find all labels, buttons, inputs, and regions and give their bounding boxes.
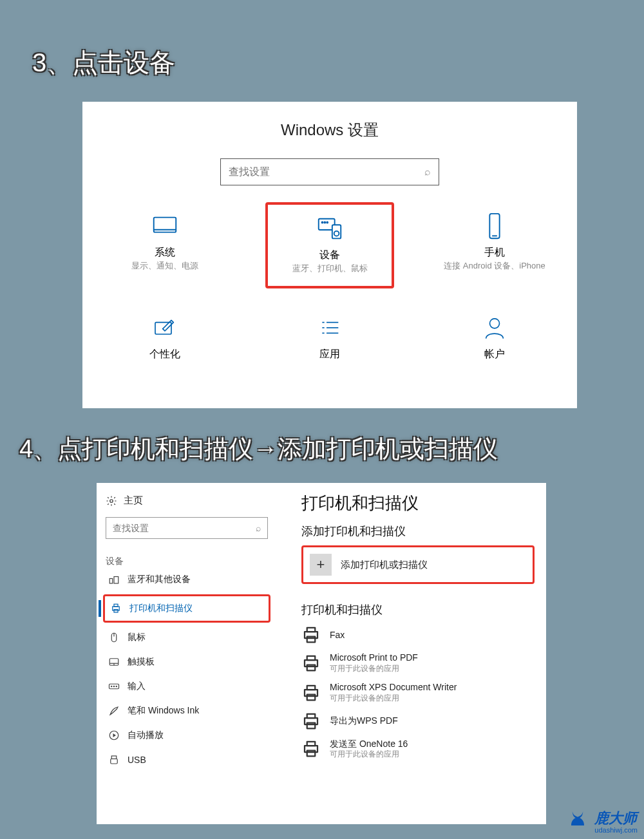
category-phone[interactable]: 手机 连接 Android 设备、iPhone — [430, 211, 559, 288]
printer-item[interactable]: Fax — [301, 625, 535, 645]
printer-icon — [301, 739, 321, 759]
list-icon — [265, 313, 394, 343]
nav-pen[interactable]: 笔和 Windows Ink — [106, 699, 268, 723]
svg-rect-23 — [114, 610, 118, 613]
svg-point-32 — [116, 686, 117, 686]
printer-icon — [110, 603, 122, 614]
sidebar-search[interactable]: ⌕ — [106, 517, 268, 539]
category-desc: 连接 Android 设备、iPhone — [430, 261, 559, 272]
svg-rect-35 — [111, 756, 117, 759]
settings-sidebar: 主页 ⌕ 设备 蓝牙和其他设备 打印机和扫描仪 鼠标 触摸板 输入 — [97, 483, 277, 824]
category-title: 应用 — [265, 348, 394, 361]
devices-icon — [270, 214, 389, 243]
svg-rect-42 — [307, 665, 316, 670]
category-personalization[interactable]: 个性化 — [100, 313, 229, 361]
settings-search-input[interactable] — [229, 166, 424, 178]
step-4-title: 4、点打印机和扫描仪→添加打印机或扫描仪 — [19, 433, 498, 466]
pen-icon — [108, 705, 120, 717]
printer-item[interactable]: 导出为WPS PDF — [301, 712, 535, 731]
step-3-title: 3、点击设备 — [32, 45, 175, 80]
watermark-brand: 鹿大师 — [594, 811, 638, 826]
category-accounts[interactable]: 帐户 — [430, 313, 559, 361]
nav-bluetooth[interactable]: 蓝牙和其他设备 — [106, 567, 268, 592]
svg-rect-8 — [489, 214, 499, 238]
nav-typing[interactable]: 输入 — [106, 674, 268, 699]
svg-point-3 — [322, 222, 323, 223]
plus-icon: + — [310, 554, 332, 576]
windows-settings-panel: Windows 设置 ⌕ 系统 显示、通知、电源 设备 蓝牙、打印机、鼠标 — [82, 102, 577, 408]
category-title: 个性化 — [100, 348, 229, 361]
printer-list: FaxMicrosoft Print to PDF可用于此设备的应用Micros… — [301, 625, 535, 760]
nav-label: 打印机和扫描仪 — [129, 603, 193, 614]
nav-touchpad[interactable]: 触摸板 — [106, 650, 268, 674]
nav-label: 自动播放 — [128, 730, 164, 741]
svg-rect-38 — [307, 628, 316, 632]
monitor-icon — [100, 211, 229, 241]
settings-categories-row2: 个性化 应用 帐户 — [82, 313, 577, 361]
category-devices-highlight[interactable]: 设备 蓝牙、打印机、鼠标 — [265, 202, 394, 288]
sidebar-group-label: 设备 — [106, 556, 268, 567]
add-printer-highlight: + 添加打印机或扫描仪 — [301, 545, 535, 584]
printers-list-heading: 打印机和扫描仪 — [301, 602, 535, 617]
category-system[interactable]: 系统 显示、通知、电源 — [100, 211, 229, 288]
home-link[interactable]: 主页 — [106, 495, 268, 507]
printer-name: 发送至 OneNote 16 — [330, 739, 408, 749]
svg-rect-39 — [307, 637, 316, 643]
keyboard-icon — [108, 681, 120, 692]
svg-point-18 — [110, 499, 113, 502]
svg-rect-51 — [307, 751, 316, 757]
nav-label: 笔和 Windows Ink — [128, 705, 199, 717]
watermark: 鹿大师 udashiwj.com — [565, 809, 638, 835]
svg-rect-44 — [307, 685, 316, 689]
usb-icon — [108, 754, 120, 766]
phone-icon — [430, 211, 559, 241]
nav-label: 鼠标 — [128, 632, 146, 643]
settings-categories-row1: 系统 显示、通知、电源 设备 蓝牙、打印机、鼠标 手机 连接 Android 设… — [82, 211, 577, 288]
printer-item[interactable]: Microsoft Print to PDF可用于此设备的应用 — [301, 652, 535, 674]
nav-label: 蓝牙和其他设备 — [128, 574, 191, 585]
page-heading: 打印机和扫描仪 — [301, 492, 535, 514]
settings-search[interactable]: ⌕ — [220, 158, 439, 185]
printer-icon — [301, 712, 321, 731]
printer-name: Microsoft XPS Document Writer — [330, 682, 457, 693]
nav-mouse[interactable]: 鼠标 — [106, 625, 268, 650]
person-icon — [430, 313, 559, 343]
printer-name: Microsoft Print to PDF — [330, 652, 418, 663]
category-title: 系统 — [100, 246, 229, 259]
printer-name: Fax — [330, 630, 345, 641]
nav-printers[interactable]: 打印机和扫描仪 — [108, 596, 266, 621]
printer-item[interactable]: 发送至 OneNote 16可用于此设备的应用 — [301, 739, 535, 760]
svg-rect-50 — [307, 742, 316, 746]
printer-icon — [301, 683, 321, 702]
printer-sub: 可用于此设备的应用 — [330, 663, 418, 674]
sidebar-search-input[interactable] — [113, 523, 256, 533]
nav-label: 输入 — [128, 681, 146, 692]
category-apps[interactable]: 应用 — [265, 313, 394, 361]
svg-rect-22 — [114, 604, 118, 607]
add-printer-button[interactable]: + 添加打印机或扫描仪 — [310, 554, 526, 576]
category-desc: 蓝牙、打印机、鼠标 — [270, 263, 389, 274]
paint-icon — [100, 313, 229, 343]
printer-item[interactable]: Microsoft XPS Document Writer可用于此设备的应用 — [301, 682, 535, 704]
nav-autoplay[interactable]: 自动播放 — [106, 723, 268, 748]
settings-title: Windows 设置 — [82, 120, 577, 140]
search-icon: ⌕ — [424, 166, 431, 178]
svg-marker-34 — [113, 733, 117, 737]
mouse-icon — [108, 632, 120, 643]
svg-rect-47 — [307, 713, 316, 717]
svg-point-30 — [111, 686, 112, 686]
svg-rect-19 — [109, 579, 113, 584]
svg-rect-45 — [307, 694, 316, 700]
svg-point-31 — [113, 686, 114, 686]
touchpad-icon — [108, 656, 120, 668]
add-printer-label: 添加打印机或扫描仪 — [341, 559, 428, 571]
home-label: 主页 — [124, 495, 143, 507]
printer-sub: 可用于此设备的应用 — [330, 693, 457, 704]
svg-point-5 — [327, 222, 328, 223]
autoplay-icon — [108, 730, 120, 741]
nav-usb[interactable]: USB — [106, 748, 268, 772]
bluetooth-icon — [108, 574, 120, 585]
printer-sub: 可用于此设备的应用 — [330, 749, 408, 760]
nav-label: 触摸板 — [128, 656, 155, 668]
printers-panel: 主页 ⌕ 设备 蓝牙和其他设备 打印机和扫描仪 鼠标 触摸板 输入 — [97, 483, 546, 824]
